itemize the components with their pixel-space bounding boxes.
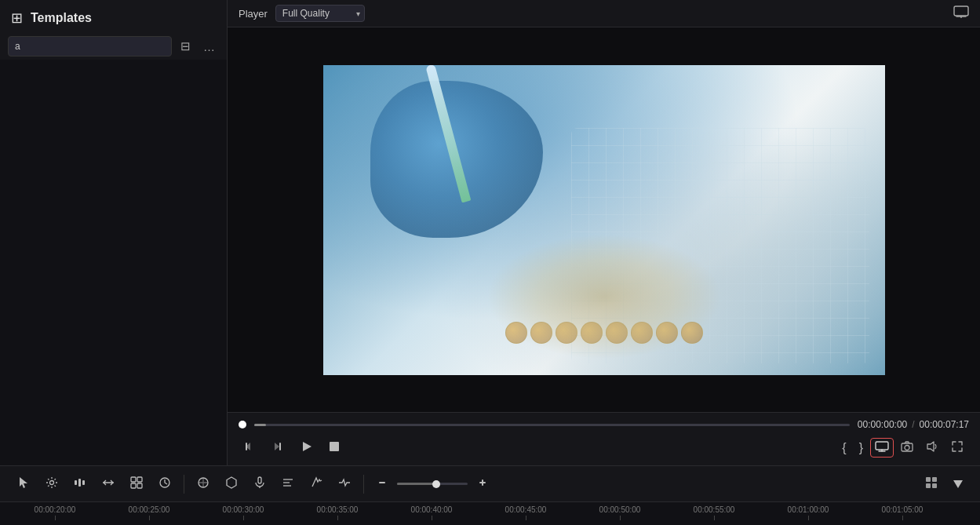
playhead-dot[interactable]: [239, 421, 246, 428]
svg-marker-5: [303, 442, 311, 451]
tool-fx-button[interactable]: [304, 472, 329, 495]
controls-row: { }: [239, 436, 969, 459]
svg-point-12: [50, 481, 54, 485]
vial-4: [581, 322, 603, 344]
frame-step-forward-button[interactable]: [267, 436, 290, 459]
mark-out-button[interactable]: }: [854, 438, 869, 458]
player-area: Player Full Quality Half Quality Quarter…: [228, 0, 980, 465]
timeline-tick: [432, 516, 432, 520]
fullscreen-button[interactable]: [945, 436, 969, 459]
svg-rect-4: [279, 443, 281, 450]
timeline-row: 00:00:20:0000:00:25:0000:00:30:0000:00:3…: [0, 501, 980, 525]
vial-8: [681, 322, 703, 344]
svg-rect-2: [246, 443, 247, 450]
time-separator: /: [912, 419, 914, 430]
svg-rect-7: [876, 442, 888, 450]
vial-1: [505, 322, 527, 344]
svg-rect-6: [330, 442, 339, 451]
svg-marker-10: [927, 442, 934, 451]
video-preview: [323, 65, 885, 375]
step-back-button[interactable]: [239, 436, 262, 459]
svg-rect-27: [379, 482, 385, 483]
sidebar: ⊞ Templates ⊟ …: [0, 0, 228, 465]
timeline-tick: [526, 516, 526, 520]
mark-in-button[interactable]: {: [836, 438, 851, 458]
timeline-mark: 00:00:40:00: [384, 505, 479, 520]
svg-rect-22: [258, 477, 261, 483]
timeline-tick: [243, 516, 244, 520]
svg-marker-3: [275, 443, 279, 450]
video-frame: [228, 27, 980, 412]
tool-slide-button[interactable]: [96, 472, 121, 495]
zoom-thumb: [432, 480, 440, 488]
timeline-mark: 00:00:50:00: [573, 505, 667, 520]
mesh-overlay: [571, 128, 869, 363]
timeline-mark-label: 00:01:00:00: [788, 505, 829, 514]
monitor-button[interactable]: [870, 438, 894, 458]
audio-button[interactable]: [920, 436, 944, 459]
timeline-mark: 00:00:25:00: [102, 505, 196, 520]
timeline-mark-label: 00:00:20:00: [35, 505, 76, 514]
tool-pointer-button[interactable]: [11, 472, 36, 495]
vial-3: [556, 322, 577, 344]
vial-7: [656, 322, 678, 344]
timeline-mark-label: 00:00:25:00: [129, 505, 170, 514]
tool-speed-button[interactable]: [152, 472, 177, 495]
svg-point-9: [905, 446, 909, 450]
timeline-mark: 00:00:55:00: [667, 505, 761, 520]
zoom-fill: [397, 483, 436, 485]
timeline-mark-label: 00:00:50:00: [599, 505, 641, 514]
timeline-tick: [337, 516, 338, 520]
toolbar-separator-1: [184, 475, 184, 494]
more-options-button[interactable]: …: [199, 38, 219, 56]
more-icon: …: [203, 40, 215, 53]
sidebar-content: [0, 60, 227, 465]
more-tools-button[interactable]: [947, 473, 969, 494]
progress-fill: [254, 424, 266, 426]
svg-rect-29: [482, 479, 483, 486]
tool-ripple-button[interactable]: [67, 472, 93, 495]
tool-color-button[interactable]: [191, 472, 216, 495]
timeline-mark-label: 00:00:45:00: [505, 505, 547, 514]
timeline-ticks: 00:00:20:0000:00:25:0000:00:30:0000:00:3…: [0, 502, 949, 525]
time-display: 00:00:00:00 / 00:00:07:17: [858, 419, 969, 430]
tool-multicam-button[interactable]: [124, 472, 149, 495]
controls-right: { }: [836, 436, 969, 459]
tool-transition-button[interactable]: [332, 472, 357, 495]
timeline-mark-label: 00:00:30:00: [223, 505, 264, 514]
progress-track[interactable]: [254, 424, 850, 426]
zoom-plus-button[interactable]: [471, 473, 494, 494]
snapshot-button[interactable]: [895, 436, 919, 459]
svg-rect-13: [75, 480, 77, 485]
player-label: Player: [239, 8, 268, 20]
toolbar: [0, 465, 980, 501]
tool-audio-button[interactable]: [247, 472, 272, 495]
timeline-tick: [808, 516, 809, 520]
tool-settings-button[interactable]: [39, 472, 64, 495]
tool-mask-button[interactable]: [219, 472, 244, 495]
zoom-minus-button[interactable]: [370, 473, 394, 494]
sidebar-search-row: ⊟ …: [0, 33, 227, 60]
timeline-mark-label: 00:01:05:00: [882, 505, 924, 514]
timeline-tick: [714, 516, 715, 520]
grid-view-button[interactable]: [919, 472, 944, 495]
play-button[interactable]: [295, 436, 319, 459]
zoom-slider[interactable]: [397, 483, 468, 485]
timeline-mark: 00:00:35:00: [290, 505, 384, 520]
filter-icon: ⊟: [180, 39, 191, 53]
stop-button[interactable]: [323, 437, 345, 458]
tool-text-button[interactable]: [275, 472, 301, 495]
timeline-tick: [902, 516, 903, 520]
timeline-tick: [55, 516, 56, 520]
search-input[interactable]: [8, 36, 172, 57]
timeline-mark: 00:00:45:00: [479, 505, 573, 520]
vials-row: [505, 322, 703, 344]
sidebar-header: ⊞ Templates: [0, 0, 227, 33]
filter-button[interactable]: ⊟: [177, 37, 195, 56]
timeline-mark-label: 00:00:55:00: [694, 505, 735, 514]
quality-select[interactable]: Full Quality Half Quality Quarter Qualit…: [275, 5, 365, 22]
controls-left: [239, 436, 345, 459]
stats-icon[interactable]: [953, 5, 969, 21]
templates-icon: ⊞: [11, 9, 23, 27]
timeline-tick: [620, 516, 621, 520]
